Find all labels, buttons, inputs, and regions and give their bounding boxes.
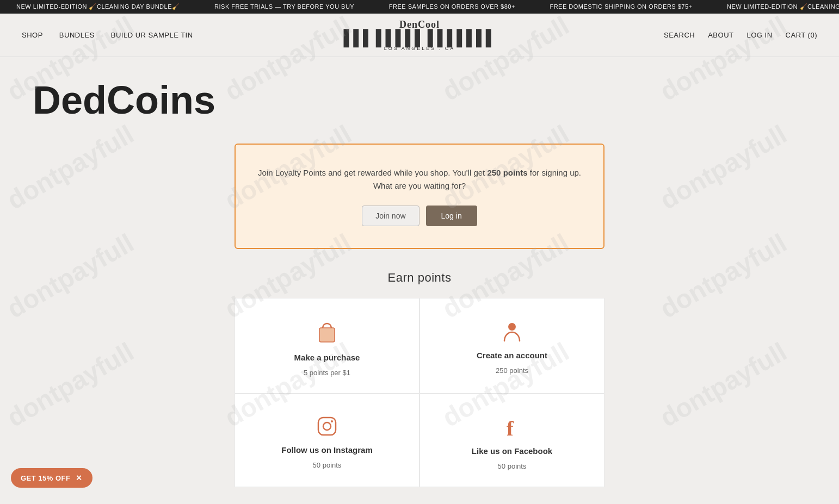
svg-rect-2	[318, 418, 336, 435]
purchase-card-title: Make a purchase	[294, 353, 360, 362]
loyalty-description: Join Loyalty Points and get rewarded whi…	[252, 166, 587, 192]
brand-name: DenCool	[343, 19, 495, 30]
nav-cart[interactable]: CART (0)	[786, 31, 817, 39]
nav-login[interactable]: LOG IN	[747, 31, 773, 39]
join-now-button[interactable]: Join now	[362, 206, 419, 226]
facebook-card-title: Like us on Facebook	[472, 446, 552, 456]
hero-section: DedCoins	[0, 57, 839, 133]
nav-left: SHOP BUNDLES BUILD UR SAMPLE TIN	[22, 31, 193, 39]
ticker-content: NEW LIMITED-EDITION 🧹CLEANING DAY BUNDLE…	[0, 3, 839, 10]
purchase-card-points: 5 points per $1	[304, 369, 350, 377]
logo-subtitle: LOS ANGELES . CA	[343, 46, 495, 51]
earn-card-purchase: Make a purchase 5 points per $1	[235, 298, 419, 394]
svg-point-3	[323, 422, 331, 430]
facebook-icon: f	[502, 416, 522, 440]
earn-card-account: Create an account 250 points	[419, 298, 604, 394]
ticker-bar: NEW LIMITED-EDITION 🧹CLEANING DAY BUNDLE…	[0, 0, 839, 14]
nav-about[interactable]: ABOUT	[708, 31, 733, 39]
loyalty-box: Join Loyalty Points and get rewarded whi…	[235, 144, 604, 249]
instagram-card-points: 50 points	[313, 461, 342, 469]
barcode-icon: ▌▌▌ ▌▌▌▌▌ ▌▌▌▌▌▌▌	[343, 30, 495, 46]
nav-right: SEARCH ABOUT LOG IN CART (0)	[664, 31, 817, 39]
svg-text:f: f	[507, 417, 514, 438]
earn-section: Earn points Make a purchase 5 points per…	[0, 260, 839, 504]
earn-cards-grid: Make a purchase 5 points per $1 Create a…	[235, 298, 604, 487]
page-title: DedCoins	[33, 79, 806, 122]
svg-point-1	[508, 323, 516, 331]
user-icon	[502, 320, 522, 344]
account-card-title: Create an account	[477, 351, 547, 360]
svg-rect-0	[319, 328, 335, 342]
account-card-points: 250 points	[496, 366, 528, 375]
navigation: SHOP BUNDLES BUILD UR SAMPLE TIN DenCool…	[0, 14, 839, 57]
facebook-card-points: 50 points	[498, 462, 527, 470]
nav-build-sample-tin[interactable]: BUILD UR SAMPLE TIN	[111, 31, 193, 39]
log-in-button[interactable]: Log in	[426, 206, 477, 226]
earn-title: Earn points	[33, 271, 806, 285]
floating-discount-badge[interactable]: GET 15% OFF ✕	[11, 468, 92, 488]
discount-label: GET 15% OFF	[21, 474, 70, 482]
loyalty-actions: Join now Log in	[252, 206, 587, 226]
svg-point-4	[331, 420, 333, 422]
instagram-card-title: Follow us on Instagram	[281, 445, 373, 455]
nav-shop[interactable]: SHOP	[22, 31, 43, 39]
bag-icon	[316, 320, 338, 346]
nav-search[interactable]: SEARCH	[664, 31, 695, 39]
logo: DenCool ▌▌▌ ▌▌▌▌▌ ▌▌▌▌▌▌▌ LOS ANGELES . …	[343, 19, 495, 51]
nav-bundles[interactable]: BUNDLES	[59, 31, 95, 39]
instagram-icon	[317, 416, 337, 439]
loyalty-points-highlight: 250 points	[487, 168, 527, 177]
close-icon[interactable]: ✕	[76, 474, 83, 482]
earn-card-instagram: Follow us on Instagram 50 points	[235, 394, 419, 487]
earn-card-facebook: f Like us on Facebook 50 points	[419, 394, 604, 487]
